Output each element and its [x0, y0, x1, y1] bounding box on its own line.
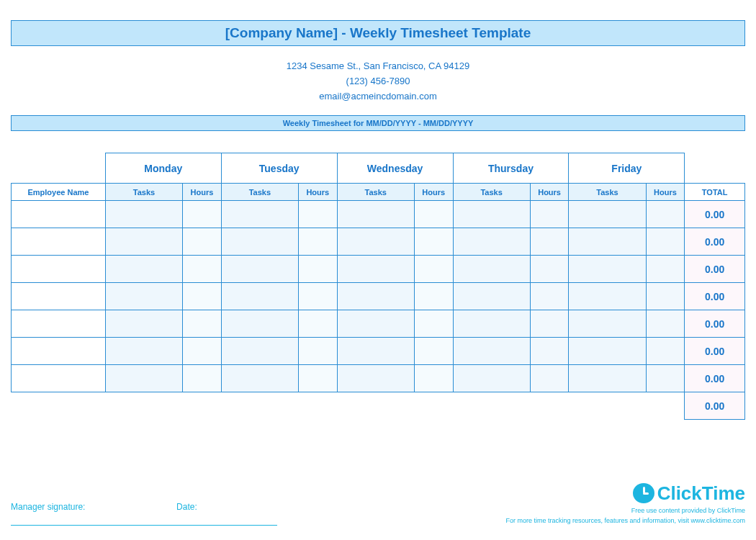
- tasks-cell[interactable]: [105, 256, 182, 283]
- tasks-cell[interactable]: [569, 283, 646, 310]
- hours-cell[interactable]: [530, 310, 569, 338]
- tasks-cell[interactable]: [337, 256, 414, 283]
- hours-cell[interactable]: [646, 201, 685, 228]
- tasks-cell[interactable]: [453, 338, 530, 365]
- tasks-cell[interactable]: [105, 338, 182, 365]
- tasks-cell[interactable]: [453, 283, 530, 310]
- hours-cell[interactable]: [183, 283, 222, 310]
- page-title-bar: [Company Name] - Weekly Timesheet Templa…: [11, 20, 745, 46]
- employee-name-cell[interactable]: [12, 228, 106, 256]
- brand-name: ClickTime: [657, 482, 745, 505]
- hours-cell[interactable]: [183, 228, 222, 256]
- tasks-cell[interactable]: [105, 310, 182, 338]
- tasks-cell[interactable]: [105, 365, 182, 392]
- hours-cell[interactable]: [298, 256, 337, 283]
- hours-cell[interactable]: [646, 228, 685, 256]
- hours-cell[interactable]: [646, 310, 685, 338]
- employee-name-cell[interactable]: [12, 365, 106, 392]
- employee-name-cell[interactable]: [12, 201, 106, 228]
- tasks-cell[interactable]: [337, 283, 414, 310]
- hours-cell[interactable]: [298, 310, 337, 338]
- page-title: [Company Name] - Weekly Timesheet Templa…: [225, 25, 531, 40]
- tasks-cell[interactable]: [453, 256, 530, 283]
- hours-header: Hours: [530, 184, 569, 201]
- hours-cell[interactable]: [414, 201, 453, 228]
- tasks-cell[interactable]: [337, 228, 414, 256]
- hours-cell[interactable]: [183, 256, 222, 283]
- hours-cell[interactable]: [183, 310, 222, 338]
- hours-cell[interactable]: [646, 365, 685, 392]
- company-info-block: 1234 Sesame St., San Francisco, CA 94129…: [11, 59, 745, 104]
- tasks-cell[interactable]: [221, 338, 298, 365]
- tasks-cell[interactable]: [221, 201, 298, 228]
- hours-cell[interactable]: [298, 365, 337, 392]
- clock-icon: [633, 483, 654, 503]
- company-address: 1234 Sesame St., San Francisco, CA 94129: [11, 59, 745, 74]
- brand-block: ClickTime Free use content provided by C…: [505, 482, 745, 526]
- tasks-cell[interactable]: [221, 283, 298, 310]
- tasks-cell[interactable]: [221, 310, 298, 338]
- employee-name-cell[interactable]: [12, 310, 106, 338]
- tasks-cell[interactable]: [337, 338, 414, 365]
- grand-total-row: 0.00: [12, 392, 745, 420]
- employee-name-cell[interactable]: [12, 338, 106, 365]
- hours-cell[interactable]: [646, 338, 685, 365]
- sub-header-row: Employee Name Tasks Hours Tasks Hours Ta…: [12, 184, 745, 201]
- subtitle-text: Weekly Timesheet for MM/DD/YYYY - MM/DD/…: [283, 119, 474, 127]
- hours-cell[interactable]: [183, 338, 222, 365]
- hours-cell[interactable]: [530, 228, 569, 256]
- tasks-cell[interactable]: [221, 365, 298, 392]
- tasks-header: Tasks: [569, 184, 646, 201]
- tasks-cell[interactable]: [221, 228, 298, 256]
- hours-cell[interactable]: [530, 338, 569, 365]
- hours-header: Hours: [646, 184, 685, 201]
- hours-cell[interactable]: [298, 201, 337, 228]
- tasks-cell[interactable]: [221, 256, 298, 283]
- tasks-header: Tasks: [105, 184, 182, 201]
- brand-logo: ClickTime: [505, 482, 745, 505]
- subtitle-bar: Weekly Timesheet for MM/DD/YYYY - MM/DD/…: [11, 115, 745, 131]
- tasks-cell[interactable]: [105, 283, 182, 310]
- hours-cell[interactable]: [414, 283, 453, 310]
- hours-cell[interactable]: [414, 365, 453, 392]
- employee-name-cell[interactable]: [12, 283, 106, 310]
- hours-cell[interactable]: [530, 201, 569, 228]
- tasks-cell[interactable]: [569, 201, 646, 228]
- day-header-monday: Monday: [105, 153, 221, 184]
- hours-cell[interactable]: [414, 310, 453, 338]
- tasks-cell[interactable]: [337, 201, 414, 228]
- hours-cell[interactable]: [298, 338, 337, 365]
- tasks-cell[interactable]: [105, 201, 182, 228]
- hours-cell[interactable]: [530, 256, 569, 283]
- hours-cell[interactable]: [183, 201, 222, 228]
- day-header-row: Monday Tuesday Wednesday Thursday Friday: [12, 153, 745, 184]
- hours-cell[interactable]: [530, 365, 569, 392]
- day-header-tuesday: Tuesday: [221, 153, 337, 184]
- employee-name-cell[interactable]: [12, 256, 106, 283]
- tasks-cell[interactable]: [569, 256, 646, 283]
- hours-cell[interactable]: [414, 256, 453, 283]
- hours-cell[interactable]: [298, 283, 337, 310]
- tasks-cell[interactable]: [569, 310, 646, 338]
- tasks-cell[interactable]: [453, 365, 530, 392]
- hours-cell[interactable]: [414, 338, 453, 365]
- hours-cell[interactable]: [646, 256, 685, 283]
- tasks-cell[interactable]: [453, 201, 530, 228]
- tasks-cell[interactable]: [453, 310, 530, 338]
- footer: Manager signature: Date: ClickTime Free …: [11, 502, 745, 526]
- hours-cell[interactable]: [530, 283, 569, 310]
- hours-cell[interactable]: [183, 365, 222, 392]
- tasks-header: Tasks: [337, 184, 414, 201]
- tasks-cell[interactable]: [569, 228, 646, 256]
- tasks-cell[interactable]: [569, 365, 646, 392]
- tasks-cell[interactable]: [337, 310, 414, 338]
- hours-cell[interactable]: [298, 228, 337, 256]
- table-row: 0.00: [12, 201, 745, 228]
- hours-cell[interactable]: [646, 283, 685, 310]
- tasks-cell[interactable]: [105, 228, 182, 256]
- signature-line: [11, 525, 277, 526]
- tasks-cell[interactable]: [453, 228, 530, 256]
- tasks-cell[interactable]: [337, 365, 414, 392]
- tasks-cell[interactable]: [569, 338, 646, 365]
- hours-cell[interactable]: [414, 228, 453, 256]
